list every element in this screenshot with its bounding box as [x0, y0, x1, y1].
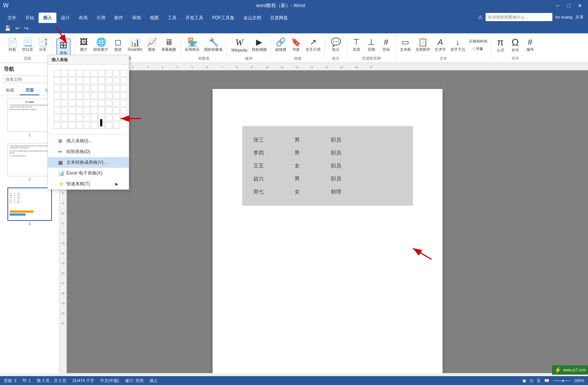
table-cell[interactable] [121, 114, 127, 121]
ribbon-search-input[interactable] [486, 13, 552, 21]
status-zoom-slider[interactable]: ───●── [553, 378, 570, 383]
table-cell[interactable] [91, 122, 98, 129]
table-cell[interactable] [113, 100, 120, 106]
table-cell[interactable] [121, 77, 127, 84]
table-cell[interactable] [83, 107, 90, 114]
table-cell[interactable] [61, 85, 68, 92]
tab-insert[interactable]: 插入 [39, 13, 56, 23]
status-view-print[interactable]: ▣ [522, 378, 526, 383]
ctx-text-to-table[interactable]: ▦ 文本转换成表格(V)... [48, 157, 129, 168]
table-cell[interactable] [121, 107, 127, 114]
table-cell[interactable] [83, 122, 90, 129]
shapes-button[interactable]: ◻ 形状 [111, 37, 125, 53]
table-cell[interactable] [54, 114, 60, 121]
comment-button[interactable]: 💬 批注 [329, 37, 343, 53]
table-cell[interactable] [76, 77, 83, 84]
status-view-read[interactable]: 📖 [544, 378, 549, 383]
table-cell[interactable] [76, 122, 83, 129]
table-cell[interactable] [106, 122, 112, 129]
table-cell[interactable] [113, 122, 120, 129]
table-cell[interactable] [91, 114, 98, 121]
symbol-button[interactable]: Ω 符号 [508, 36, 522, 54]
table-cell[interactable] [69, 107, 75, 114]
maximize-button[interactable]: □ [564, 1, 574, 10]
table-cell[interactable] [98, 85, 105, 92]
table-cell[interactable] [69, 77, 75, 84]
status-view-web[interactable]: ⊡ [530, 378, 533, 383]
table-cell[interactable] [113, 114, 120, 121]
table-cell[interactable] [61, 100, 68, 106]
document-area[interactable]: 3 2 1 1 2 3 4 5 6 7 8 9 10 11 12 13 14 1… [59, 63, 588, 373]
minimize-button[interactable]: ─ [552, 1, 563, 10]
share-button[interactable]: 共享 [575, 14, 584, 20]
table-cell[interactable] [54, 107, 60, 114]
tab-mail[interactable]: 邮件 [110, 13, 128, 23]
table-cell[interactable] [106, 92, 112, 99]
hyperlink-button[interactable]: 🔗 超链接 [273, 37, 288, 53]
tab-layout[interactable]: 布局 [74, 13, 92, 23]
nav-tab-headings[interactable]: 标题 [0, 86, 20, 95]
table-cell[interactable] [106, 107, 112, 114]
tab-baidu[interactable]: 百度网盘 [266, 13, 292, 23]
table-cell[interactable] [83, 100, 90, 106]
table-cell[interactable] [113, 107, 120, 114]
tab-file[interactable]: 文件 [3, 13, 21, 23]
table-cell[interactable] [83, 70, 90, 77]
nav-page-3[interactable]: 张三男职员 李四男职员 王五女职员 赵六男职员 郑七女助理 [3, 187, 56, 226]
table-cell[interactable] [91, 77, 98, 84]
dropcap-button[interactable]: ↓ 首字下沉 [449, 37, 467, 53]
table-cell[interactable] [91, 107, 98, 114]
table-cell[interactable] [106, 77, 112, 84]
table-cell[interactable] [61, 77, 68, 84]
bookmark-button[interactable]: 🔖 书签 [289, 37, 303, 53]
table-cell[interactable] [54, 92, 60, 99]
table-cell[interactable] [98, 122, 105, 129]
table-cell[interactable] [69, 122, 75, 129]
docpart-button[interactable]: 📋 文档部件 [414, 37, 432, 53]
footer-button[interactable]: ⊥ 页脚 [364, 37, 378, 53]
table-cell[interactable] [61, 114, 68, 121]
table-cell[interactable] [121, 85, 127, 92]
table-cell[interactable] [83, 114, 90, 121]
tab-view[interactable]: 视图 [145, 13, 163, 23]
cover-button[interactable]: 📄 封面 [5, 37, 19, 53]
smartart-button[interactable]: 📊 SmartArt [126, 37, 144, 53]
table-cell[interactable] [113, 85, 120, 92]
table-cell[interactable] [98, 100, 105, 106]
table-cell[interactable] [76, 100, 83, 106]
table-cell[interactable] [69, 92, 75, 99]
tab-home[interactable]: 开始 [21, 13, 39, 23]
table-cell[interactable] [98, 70, 105, 77]
table-cell[interactable] [98, 114, 105, 121]
table-cell[interactable] [113, 92, 120, 99]
table-cell[interactable] [54, 85, 60, 92]
undo-button[interactable]: ↩ [14, 24, 21, 32]
pagenum-button[interactable]: # 页码 [379, 37, 393, 53]
table-cell[interactable] [91, 70, 98, 77]
nav-tab-pages[interactable]: 页面 [20, 86, 39, 95]
close-button[interactable]: ✕ [575, 1, 585, 10]
table-cell[interactable] [113, 77, 120, 84]
table-cell[interactable] [69, 114, 75, 121]
header-button[interactable]: ⊤ 页层 [349, 37, 364, 53]
table-cell[interactable] [54, 77, 60, 84]
online-video-button[interactable]: ▶ 联机视频 [250, 37, 269, 53]
save-button[interactable]: 💾 [3, 24, 12, 32]
object-button[interactable]: □ 对象 [468, 46, 489, 52]
myaddin-button[interactable]: 🔧 我的加载项 [202, 37, 224, 53]
blank-page-button[interactable]: 📃 空白页 [20, 37, 35, 53]
ctx-excel-table[interactable]: 📊 Excel 电子表格(X) [48, 168, 129, 179]
appstore-button[interactable]: 🏪 应用商店 [183, 37, 201, 53]
table-cell[interactable] [106, 85, 112, 92]
tab-reference[interactable]: 引用 [92, 13, 110, 23]
table-cell[interactable] [106, 70, 112, 77]
page-break-button[interactable]: 📑 分页 [36, 37, 50, 53]
table-cell[interactable] [121, 70, 127, 77]
table-cell[interactable] [98, 92, 105, 99]
tab-dev[interactable]: 开发工具 [181, 13, 208, 23]
wikipedia-button[interactable]: W Wikipedia [229, 37, 249, 53]
table-cell[interactable] [61, 107, 68, 114]
table-cell[interactable] [113, 70, 120, 77]
table-cell[interactable] [76, 92, 83, 99]
table-cell[interactable] [91, 85, 98, 92]
